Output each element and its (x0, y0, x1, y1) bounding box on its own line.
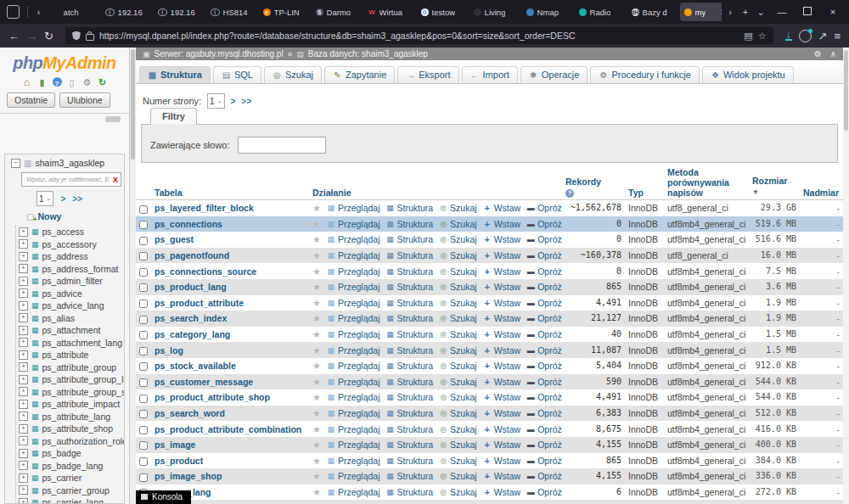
row-checkbox[interactable] (139, 395, 148, 403)
breadcrumb-server[interactable]: Serwer: agabuty.mysql.dhosting.pl (155, 49, 284, 59)
row-checkbox[interactable] (139, 410, 148, 418)
maximize-button[interactable] (795, 7, 820, 17)
row-action-link[interactable]: Przeglądaj (327, 312, 380, 324)
row-action-link[interactable]: Struktura (386, 344, 434, 356)
sidebar-header-icon[interactable] (82, 77, 93, 87)
back-button[interactable]: ← (8, 31, 20, 42)
row-checkbox[interactable] (139, 252, 148, 260)
expand-box-icon[interactable]: + (19, 473, 28, 483)
expand-box-icon[interactable]: + (19, 424, 28, 434)
tree-page-select[interactable]: 1⌄ (37, 191, 53, 206)
row-action-link[interactable]: Opróżnij (526, 249, 562, 261)
row-action-link[interactable]: Wstaw (483, 233, 521, 245)
expand-box-icon[interactable]: + (19, 301, 28, 311)
row-action-link[interactable]: Struktura (386, 470, 434, 482)
database-tab[interactable]: Struktura (139, 66, 211, 83)
row-action-link[interactable]: Opróżnij (526, 218, 562, 230)
expand-box-icon[interactable]: + (19, 313, 28, 322)
table-row[interactable]: ps_product_attribute_shop ★ Przeglądaj (136, 389, 843, 406)
header-typ[interactable]: Typ (625, 166, 664, 200)
sidebar-tab-button[interactable]: Ulubione (59, 92, 110, 108)
expand-box-icon[interactable]: + (19, 288, 28, 298)
row-action-link[interactable]: Struktura (386, 391, 434, 403)
row-action-link[interactable]: Struktura (386, 218, 434, 230)
table-name-link[interactable]: ps_product_attribute_combination (155, 424, 301, 434)
favorite-star-icon[interactable]: ★ (312, 281, 321, 293)
row-checkbox[interactable] (139, 331, 148, 339)
header-nadmiar[interactable]: Nadmiar (800, 166, 843, 200)
table-row[interactable]: ps_cms_lang ★ Przeglądaj (136, 484, 843, 501)
page-scrollbar-thumb[interactable] (844, 50, 848, 131)
table-row[interactable]: ps_product_lang ★ Przeglądaj (136, 279, 843, 295)
row-action-link[interactable]: Struktura (386, 486, 434, 498)
table-name-link[interactable]: ps_image_shop (155, 471, 222, 481)
row-action-link[interactable]: Przeglądaj (327, 407, 380, 419)
browser-tab[interactable]: G testow ✕ (417, 3, 468, 21)
row-action-link[interactable]: Opróżnij (526, 281, 562, 293)
row-action-link[interactable]: Wstaw (483, 218, 521, 230)
row-action-link[interactable]: Struktura (386, 360, 434, 372)
expand-box-icon[interactable]: + (19, 436, 28, 445)
table-name-link[interactable]: ps_pagenotfound (155, 250, 229, 260)
table-row[interactable]: ps_product_attribute_combination ★ Przeg… (136, 421, 843, 437)
row-action-link[interactable]: Struktura (386, 312, 434, 324)
table-name-link[interactable]: ps_search_word (155, 408, 225, 418)
tree-table-item[interactable]: + ▦ ps_attachment_lang (16, 337, 124, 350)
row-action-link[interactable]: Przeglądaj (327, 391, 380, 403)
header-rozmiar[interactable]: Rozmiar▼ (749, 166, 800, 200)
row-action-link[interactable]: Opróżnij (526, 233, 562, 245)
tree-table-item[interactable]: + ▦ ps_carrier_lang (16, 496, 124, 504)
tree-table-item[interactable]: + ▦ ps_advice (16, 288, 124, 300)
sidebar-header-icon[interactable] (22, 77, 32, 87)
expand-box-icon[interactable]: + (19, 412, 28, 421)
tree-table-item[interactable]: + ▦ ps_badge_lang (16, 460, 124, 473)
scroll-tabs-left-button[interactable]: ‹ (32, 7, 46, 17)
tree-table-item[interactable]: + ▦ ps_attribute_group_shop (16, 386, 124, 399)
table-name-link[interactable]: ps_guest (155, 234, 194, 244)
row-checkbox[interactable] (139, 426, 148, 434)
browser-tab[interactable]: Radio ✕ (575, 3, 626, 21)
row-action-link[interactable]: Opróżnij (526, 266, 562, 277)
tree-table-item[interactable]: + ▦ ps_attribute_group (16, 361, 124, 374)
table-name-link[interactable]: ps_stock_available (155, 361, 236, 371)
expand-box-icon[interactable]: + (19, 485, 28, 495)
row-action-link[interactable]: Opróżnij (526, 376, 562, 388)
row-action-link[interactable]: Opróżnij (526, 470, 562, 482)
row-action-link[interactable]: Przeglądaj (327, 218, 380, 230)
sidebar-scrollbar[interactable] (130, 48, 136, 504)
sidebar-header-icon[interactable] (53, 77, 62, 87)
console-bar[interactable]: Konsola (136, 490, 191, 504)
table-name-link[interactable]: ps_layered_filter_block (155, 203, 254, 213)
tree-table-item[interactable]: + ▦ ps_address (16, 250, 124, 263)
row-checkbox[interactable] (139, 237, 148, 245)
table-row[interactable]: ps_connections_source ★ Przeglądaj (136, 263, 843, 279)
header-metoda[interactable]: Metoda porównywania napisów (664, 166, 749, 200)
tree-table-item[interactable]: + ▦ ps_badge (16, 447, 124, 460)
row-checkbox[interactable] (139, 283, 148, 292)
url-text[interactable]: https://mysql.dpanel.pl/index.php?route=… (99, 31, 739, 41)
row-action-link[interactable]: Wstaw (483, 328, 521, 340)
expand-box-icon[interactable]: + (19, 277, 28, 286)
browser-tab[interactable]: i HS814 ✕ (206, 3, 257, 21)
reload-button[interactable]: ↻ (44, 31, 53, 42)
expand-box-icon[interactable]: + (19, 362, 28, 372)
favorite-star-icon[interactable]: ★ (312, 439, 321, 451)
expand-box-icon[interactable]: + (19, 338, 28, 347)
database-tab[interactable]: SQL (213, 66, 261, 83)
downloads-icon[interactable]: ↓ (785, 31, 792, 41)
favorite-star-icon[interactable]: ★ (312, 312, 321, 324)
row-action-link[interactable]: Szukaj (439, 249, 477, 261)
row-action-link[interactable]: Szukaj (439, 486, 477, 498)
table-row[interactable]: ps_search_index ★ Przeglądaj (136, 311, 843, 327)
row-action-link[interactable]: Wstaw (483, 376, 521, 388)
row-action-link[interactable]: Wstaw (483, 439, 521, 451)
row-action-link[interactable]: Struktura (386, 249, 434, 261)
sidebar-header-icon[interactable] (37, 77, 48, 87)
table-name-link[interactable]: ps_connections (155, 219, 222, 229)
table-row[interactable]: ps_product ★ Przeglądaj (136, 453, 843, 469)
row-action-link[interactable]: Szukaj (439, 281, 477, 293)
tree-filter-input[interactable] (25, 175, 111, 184)
menu-hamburger-icon[interactable]: ≡ (834, 31, 841, 42)
database-tab[interactable]: Import (462, 66, 518, 83)
table-row[interactable]: ps_connections ★ Przeglądaj (136, 216, 843, 232)
